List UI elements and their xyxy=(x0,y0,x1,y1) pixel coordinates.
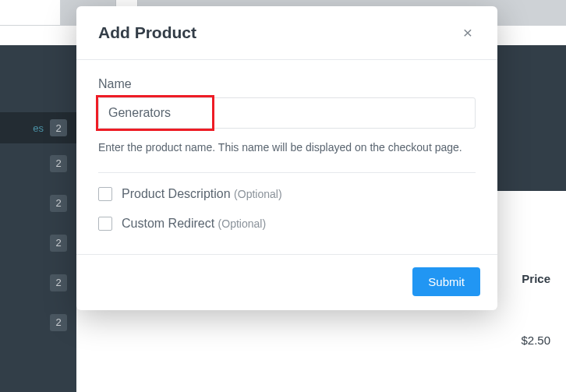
modal-header: Add Product × xyxy=(76,6,497,60)
modal-overlay: Add Product × Name Enter the product nam… xyxy=(0,0,566,392)
custom-redirect-option[interactable]: Custom Redirect (Optional) xyxy=(98,217,476,231)
product-name-input[interactable] xyxy=(98,97,476,129)
name-input-wrap xyxy=(98,97,476,129)
submit-button[interactable]: Submit xyxy=(412,267,480,296)
modal-body: Name Enter the product name. This name w… xyxy=(76,60,497,254)
product-description-checkbox[interactable] xyxy=(98,187,112,201)
custom-redirect-checkbox[interactable] xyxy=(98,217,112,231)
product-description-option[interactable]: Product Description (Optional) xyxy=(98,187,476,201)
modal-footer: Submit xyxy=(76,254,497,310)
name-help-text: Enter the product name. This name will b… xyxy=(98,139,476,157)
name-label: Name xyxy=(98,77,476,91)
custom-redirect-label: Custom Redirect (Optional) xyxy=(122,217,266,231)
modal-title: Add Product xyxy=(98,23,196,42)
close-icon: × xyxy=(463,23,472,41)
close-button[interactable]: × xyxy=(460,23,476,42)
product-description-label: Product Description (Optional) xyxy=(122,187,282,201)
add-product-modal: Add Product × Name Enter the product nam… xyxy=(76,6,497,310)
divider xyxy=(98,172,476,173)
